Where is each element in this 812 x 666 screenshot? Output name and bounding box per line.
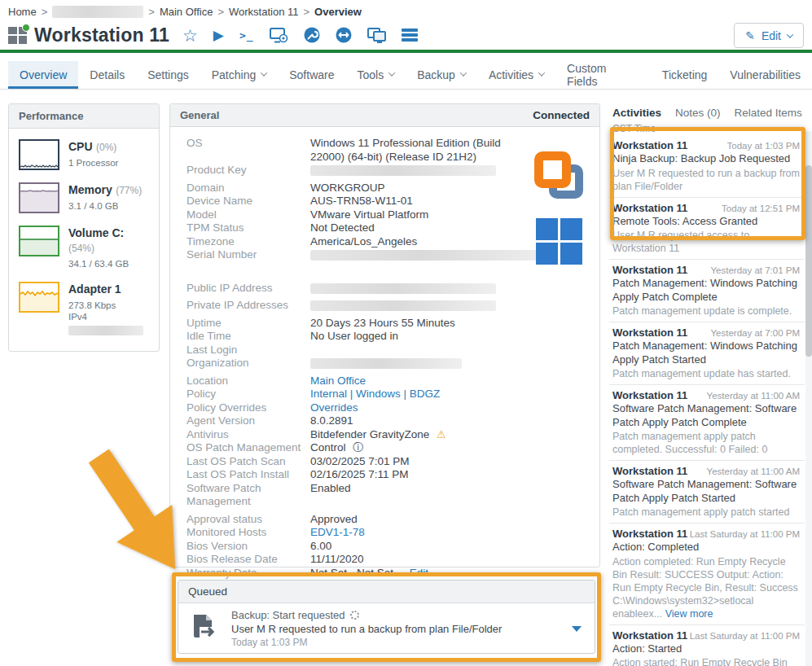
general-panel: General Connected OS Windows 11 Professi…: [169, 103, 600, 567]
breadcrumb-device[interactable]: Workstation 11: [229, 6, 299, 18]
activity-item[interactable]: Workstation 11 Today at 12:51 PM Remote …: [609, 198, 805, 261]
spinner-icon: [350, 611, 359, 620]
metric-name: CPU: [68, 140, 93, 153]
cpu-sparkline: [19, 139, 59, 170]
memory-metric[interactable]: Memory (77%) 3.1 / 4.0 GB: [19, 182, 149, 213]
activities-scrollbar-track[interactable]: [805, 131, 812, 666]
field-value-link[interactable]: Main Office: [310, 375, 366, 387]
field-label: Software Patch Management: [187, 482, 310, 509]
field-value: ⚠ ⓘ: [310, 248, 516, 266]
main-tab[interactable]: Activities: [477, 61, 555, 89]
tab-label: Custom Fields: [567, 62, 639, 88]
queued-job-description: User M R requested to run a backup from …: [231, 623, 560, 635]
field-value: Enabled ⚠ ⓘ: [310, 482, 351, 496]
memory-sparkline: [19, 182, 59, 213]
run-script-icon[interactable]: ▶: [213, 28, 224, 42]
breadcrumb-redacted-org[interactable]: [52, 6, 143, 18]
tab-label: Overview: [20, 68, 67, 81]
field-value: Bitdefender GravityZone ⚠ ⓘ: [310, 428, 446, 442]
general-row: Bios Version 6.00 ⚠ ⓘ: [187, 540, 599, 554]
activity-subject: Ninja Backup: Backup Job Requested: [612, 152, 800, 166]
view-more-link[interactable]: View more: [665, 608, 713, 620]
redacted-value: [310, 300, 496, 311]
activity-item[interactable]: Workstation 11 Yesterday at 7:00 PM Patc…: [609, 322, 805, 385]
main-tab[interactable]: Tools: [345, 61, 406, 89]
edit-button[interactable]: ✎ Edit: [734, 23, 804, 48]
ninja-remote-icon[interactable]: [304, 27, 320, 43]
field-value: ⚠ ⓘ: [310, 282, 496, 300]
activity-item[interactable]: Workstation 11 Last Saturday at 11:00 PM…: [609, 625, 805, 666]
activity-item[interactable]: Workstation 11 Yesterday at 11:00 AM Sof…: [609, 385, 805, 461]
teamviewer-icon[interactable]: [336, 27, 352, 43]
expand-chevron-icon[interactable]: [572, 626, 582, 632]
activities-tab-label: Related Items: [735, 107, 802, 119]
main-tab[interactable]: Settings: [136, 61, 200, 89]
activity-time: Last Saturday at 11:00 PM: [690, 631, 800, 641]
field-value-link[interactable]: Internal | Windows | BDGZ: [310, 388, 440, 400]
activities-tab[interactable]: Notes (0): [675, 107, 721, 119]
device-os-icon: [8, 27, 27, 44]
backup-job-icon: [190, 614, 219, 643]
activity-item[interactable]: Workstation 11 Today at 1:03 PM Ninja Ba…: [609, 135, 805, 198]
main-tab[interactable]: Details: [78, 61, 136, 89]
metric-name: Memory: [68, 183, 112, 196]
device-header: Workstation 11 ☆ ▶ >_: [8, 20, 418, 50]
remote-desktop-icon[interactable]: [270, 28, 288, 43]
main-tab[interactable]: Software: [278, 61, 345, 89]
favorite-star-icon[interactable]: ☆: [182, 27, 198, 44]
activity-item[interactable]: Workstation 11 Last Saturday at 11:00 PM…: [609, 524, 805, 625]
terminal-icon[interactable]: >_: [239, 29, 254, 42]
activities-scrollbar-thumb[interactable]: [805, 165, 812, 357]
metric-name: Volume C:: [68, 226, 124, 239]
device-details-icon[interactable]: [402, 28, 418, 42]
activity-time: Yesterday at 7:00 PM: [710, 328, 800, 338]
general-row: OS Patch Management Control ⚠ ⓘ: [187, 441, 599, 455]
field-label: Bios Version: [187, 540, 310, 554]
field-value-text: Windows 11 Professional Edition (Build 2…: [310, 137, 501, 163]
main-tab[interactable]: Ticketing: [651, 61, 719, 89]
field-value: Internal | Windows | BDGZ ⚠ ⓘ: [310, 388, 440, 401]
tab-label: Tools: [357, 68, 384, 81]
field-value-text: Not Set - Not Set: [310, 567, 393, 579]
activities-tab[interactable]: Activities: [612, 107, 661, 119]
queued-panel-title: Queued: [178, 581, 595, 603]
volume-metric[interactable]: Volume C: (54%) 34.1 / 63.4 GB: [19, 226, 149, 269]
field-label: Last OS Patch Install: [187, 468, 310, 482]
general-row: Agent Version 8.0.2891 ⚠ ⓘ: [187, 414, 599, 428]
activity-item[interactable]: Workstation 11 Yesterday at 11:00 AM Sof…: [609, 461, 805, 524]
info-icon[interactable]: ⓘ: [353, 441, 363, 453]
chevron-down-icon: [261, 69, 267, 76]
network-adapter-metric[interactable]: Adapter 1 273.8 Kbps IPv4: [19, 282, 149, 335]
activity-item[interactable]: Workstation 11 Yesterday at 7:01 PM Patc…: [609, 260, 805, 322]
activities-panel: Activities Notes (0) Related Items CST T…: [609, 103, 812, 666]
metric-percent: (0%): [96, 142, 116, 153]
breadcrumb-location[interactable]: Main Office: [160, 6, 213, 18]
redacted-value: [310, 358, 462, 369]
activity-time: Today at 12:51 PM: [722, 204, 800, 213]
activity-device: Workstation 11: [612, 389, 687, 401]
main-tab[interactable]: Patching: [200, 61, 278, 89]
windows-logo: [536, 218, 582, 265]
field-value: 03/02/2025 7:01 PM ⚠ ⓘ: [310, 455, 410, 469]
field-value-link[interactable]: Overrides: [310, 401, 358, 414]
main-tab[interactable]: Overview: [8, 61, 78, 89]
field-value-text: 6.00: [310, 540, 331, 552]
breadcrumb-separator: >: [304, 6, 310, 18]
activities-tab[interactable]: Related Items: [735, 107, 802, 119]
multi-monitor-icon[interactable]: [367, 28, 386, 43]
field-value: ⚠ ⓘ: [310, 164, 496, 182]
main-tab-bar: Overview Details Settings Patching Softw…: [0, 61, 812, 90]
field-label: Approval status: [187, 513, 310, 527]
main-tab[interactable]: Vulnerabilities: [718, 61, 812, 89]
cpu-metric[interactable]: CPU (0%) 1 Processor: [19, 139, 149, 170]
field-value: America/Los_Angeles ⚠ ⓘ: [310, 235, 417, 249]
breadcrumb-home[interactable]: Home: [8, 6, 37, 18]
field-value: ⚠ ⓘ: [310, 299, 496, 317]
field-value-link[interactable]: EDV1-1-78: [310, 526, 365, 538]
main-tab[interactable]: Backup: [406, 61, 477, 89]
field-label: TPM Status: [187, 221, 310, 235]
edit-warranty-link[interactable]: Edit: [410, 567, 428, 579]
edit-pencil-icon: ✎: [745, 29, 755, 42]
queued-job-row[interactable]: Backup: Start requested User M R request…: [178, 603, 595, 654]
main-tab[interactable]: Custom Fields: [555, 61, 651, 89]
